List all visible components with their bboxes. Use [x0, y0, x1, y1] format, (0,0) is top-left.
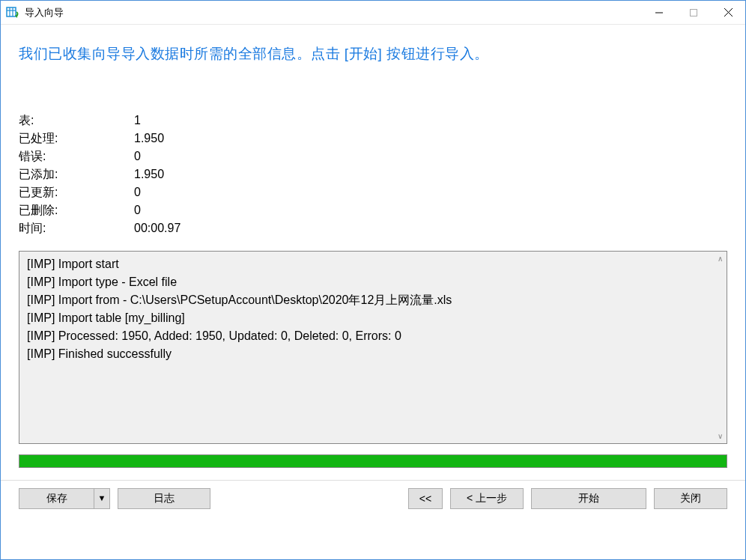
stats-row: 已添加: 1.950 — [19, 165, 727, 183]
scroll-down-icon[interactable]: ∨ — [718, 432, 723, 440]
stats-row: 表: 1 — [19, 112, 727, 130]
stats-value: 0 — [134, 201, 141, 219]
minimize-button[interactable] — [642, 1, 676, 24]
window-controls — [642, 1, 745, 24]
app-icon — [5, 5, 20, 20]
scrollbar[interactable]: ∧ ∨ — [713, 252, 727, 443]
stats-row: 已更新: 0 — [19, 183, 727, 201]
content-area: 我们已收集向导导入数据时所需的全部信息。点击 [开始] 按钮进行导入。 表: 1… — [1, 25, 745, 559]
stats-value: 0 — [134, 183, 141, 201]
stats-row: 时间: 00:00.97 — [19, 219, 727, 237]
log-content: [IMP] Import start [IMP] Import type - E… — [19, 252, 727, 367]
close-window-button[interactable] — [711, 1, 745, 24]
window-title: 导入向导 — [25, 6, 642, 19]
svg-rect-6 — [691, 9, 697, 16]
save-split-button: 保存 ▼ — [19, 488, 110, 509]
log-textarea[interactable]: [IMP] Import start [IMP] Import type - E… — [19, 251, 727, 444]
import-wizard-window: 导入向导 我们已收集向导导入数据时所需的全部信息。点击 [开始] 按钮进行导入。… — [0, 0, 746, 560]
log-button[interactable]: 日志 — [118, 488, 210, 509]
stats-label: 表: — [19, 112, 134, 130]
stats-value: 1.950 — [134, 130, 164, 147]
button-row: 保存 ▼ 日志 << < 上一步 开始 关闭 — [19, 488, 727, 512]
stats-label: 错误: — [19, 147, 134, 165]
stats-label: 已添加: — [19, 165, 134, 183]
wizard-heading: 我们已收集向导导入数据时所需的全部信息。点击 [开始] 按钮进行导入。 — [19, 44, 727, 64]
stats-label: 已删除: — [19, 201, 134, 219]
prev-button[interactable]: < 上一步 — [450, 488, 524, 509]
stats-label: 已更新: — [19, 183, 134, 201]
svg-rect-0 — [7, 7, 16, 16]
save-dropdown-button[interactable]: ▼ — [94, 488, 110, 509]
titlebar: 导入向导 — [1, 1, 745, 25]
stats-value: 00:00.97 — [134, 219, 181, 237]
divider — [1, 480, 745, 481]
start-button[interactable]: 开始 — [531, 488, 646, 509]
close-button[interactable]: 关闭 — [654, 488, 727, 509]
spacer — [218, 488, 401, 509]
save-button[interactable]: 保存 — [19, 488, 94, 509]
stats-label: 已处理: — [19, 130, 134, 147]
scroll-up-icon[interactable]: ∧ — [718, 255, 723, 263]
stats-row: 已删除: 0 — [19, 201, 727, 219]
stats-row: 错误: 0 — [19, 147, 727, 165]
progress-bar — [19, 454, 727, 468]
stats-row: 已处理: 1.950 — [19, 130, 727, 147]
first-button[interactable]: << — [408, 488, 443, 509]
stats-value: 1 — [134, 112, 141, 130]
maximize-button — [676, 1, 711, 24]
stats-grid: 表: 1 已处理: 1.950 错误: 0 已添加: 1.950 已更新: 0 … — [19, 112, 727, 237]
stats-value: 0 — [134, 147, 141, 165]
stats-label: 时间: — [19, 219, 134, 237]
stats-value: 1.950 — [134, 165, 164, 183]
